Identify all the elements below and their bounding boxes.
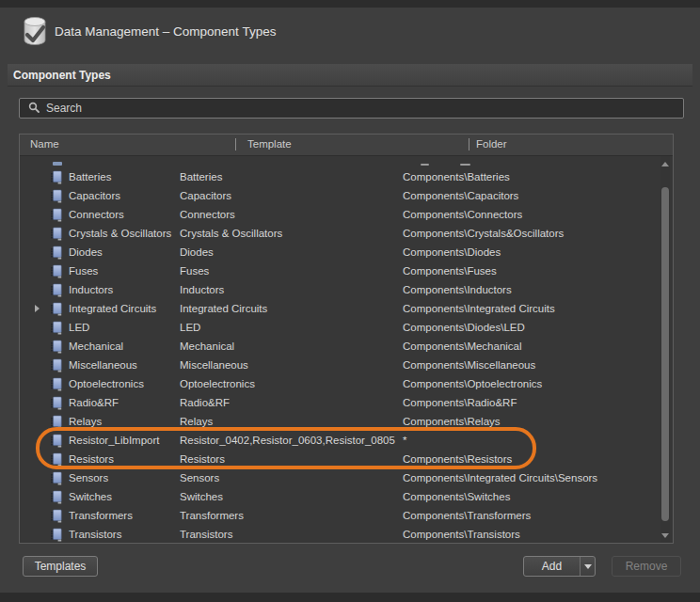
row-folder: Components\Transformers xyxy=(403,510,531,521)
column-header-template[interactable]: Template xyxy=(247,138,292,150)
row-template: Integrated Circuits xyxy=(180,303,267,314)
scroll-up-icon[interactable] xyxy=(661,162,669,166)
window-top-strip xyxy=(0,0,700,8)
chevron-down-icon xyxy=(584,564,592,569)
page-header: Data Management – Component Types xyxy=(0,8,700,62)
row-folder: Components\Crystals&Oscillators xyxy=(403,228,564,239)
row-template: Crystals & Oscillators xyxy=(180,228,282,239)
row-name: Transformers xyxy=(69,510,133,521)
table-header-row: Name Template Folder xyxy=(20,135,673,156)
table-row[interactable]: Miscellaneous Miscellaneous Components\M… xyxy=(20,356,673,374)
table-row[interactable]: Resistors Resistors Components\Resistors xyxy=(20,450,673,468)
column-header-name[interactable]: Name xyxy=(30,138,59,150)
section-title: Component Types xyxy=(13,69,111,82)
row-name: Switches xyxy=(69,491,112,502)
row-name: Optoelectronics xyxy=(69,378,144,389)
table-row[interactable]: Diodes Diodes Components\Diodes xyxy=(20,243,673,261)
row-folder: Components\Optoelectronics xyxy=(403,378,542,389)
row-folder: Components\Resistors xyxy=(403,453,512,465)
component-types-table: Name Template Folder xyxy=(19,134,674,544)
row-folder: Components\Integrated Circuits\Sensors xyxy=(403,472,597,483)
row-folder: Components\Diodes xyxy=(403,246,501,258)
search-input[interactable]: Search xyxy=(19,98,684,119)
templates-button[interactable]: Templates xyxy=(23,556,98,577)
row-template: Diodes xyxy=(180,246,214,258)
row-name: Fuses xyxy=(69,265,98,277)
scrollbar-thumb[interactable] xyxy=(661,187,669,521)
row-folder: Components\Integrated Circuits xyxy=(403,303,555,314)
add-dropdown-button[interactable] xyxy=(581,557,595,576)
row-folder: Components\Batteries xyxy=(403,171,510,182)
table-row[interactable]: LED LED Components\Diodes\LED xyxy=(20,318,673,337)
row-name: Crystals & Oscillators xyxy=(69,228,171,239)
table-row[interactable]: Resistor_LibImport Resistor_0402,Resisto… xyxy=(20,431,673,450)
table-row[interactable]: Switches Switches Components\Switches xyxy=(20,487,673,506)
vertical-scrollbar[interactable] xyxy=(660,156,670,543)
row-template: Capacitors xyxy=(180,190,231,201)
row-name: Batteries xyxy=(69,171,111,182)
row-folder: Components\Diodes\LED xyxy=(403,322,525,333)
add-button[interactable]: Add xyxy=(524,557,581,576)
row-folder: Components\Switches xyxy=(403,491,510,502)
remove-button[interactable]: Remove xyxy=(612,556,681,577)
table-row[interactable]: Sensors Sensors Components\Integrated Ci… xyxy=(20,468,673,487)
column-header-folder[interactable]: Folder xyxy=(476,138,507,150)
partially-scrolled-row[interactable] xyxy=(20,156,673,167)
row-name: Connectors xyxy=(69,209,124,220)
data-management-component-types-page: Data Management – Component Types Compon… xyxy=(0,0,700,602)
row-folder: Components\Relays xyxy=(403,416,501,427)
section-header: Component Types xyxy=(8,64,692,87)
table-row[interactable]: Mechanical Mechanical Components\Mechani… xyxy=(20,337,673,356)
table-row[interactable]: Optoelectronics Optoelectronics Componen… xyxy=(20,374,673,393)
row-name: Radio&RF xyxy=(69,397,119,408)
table-row[interactable]: Batteries Batteries Components\Batteries xyxy=(20,167,673,186)
component-chip-icon xyxy=(53,162,62,166)
rows-container: Batteries Batteries Components\Batteries… xyxy=(20,167,673,544)
row-name: Resistor_LibImport xyxy=(69,435,160,446)
table-row[interactable]: Integrated Circuits Integrated Circuits … xyxy=(20,299,673,318)
row-template: Optoelectronics xyxy=(180,378,255,389)
table-row[interactable]: Connectors Connectors Components\Connect… xyxy=(20,205,673,224)
add-split-button: Add xyxy=(523,556,596,577)
row-folder: Components\Capacitors xyxy=(403,190,518,201)
search-icon xyxy=(28,100,40,117)
row-folder: Components\Mechanical xyxy=(403,341,522,352)
row-folder: Components\Inductors xyxy=(403,284,512,295)
row-name: LED xyxy=(69,322,89,333)
column-divider[interactable] xyxy=(469,138,469,150)
table-row[interactable]: Radio&RF Radio&RF Components\Radio&RF xyxy=(20,393,673,412)
row-template: Transistors xyxy=(180,529,232,540)
search-placeholder: Search xyxy=(46,102,82,115)
window-bottom-strip xyxy=(0,593,700,602)
row-folder: Components\Fuses xyxy=(403,265,497,277)
row-name: Resistors xyxy=(69,453,114,465)
table-row[interactable]: Capacitors Capacitors Components\Capacit… xyxy=(20,186,673,205)
scroll-down-icon[interactable] xyxy=(661,533,669,538)
row-folder: Components\Radio&RF xyxy=(403,397,517,408)
row-template: Fuses xyxy=(180,265,209,277)
row-folder: Components\Connectors xyxy=(403,209,522,220)
table-row[interactable]: Fuses Fuses Components\Fuses xyxy=(20,261,673,280)
row-template: Switches xyxy=(180,491,223,502)
row-name: Miscellaneous xyxy=(69,359,137,371)
row-template: Batteries xyxy=(180,171,222,182)
table-row[interactable]: Transistors Transistors Components\Trans… xyxy=(20,525,673,544)
table-row[interactable]: Transformers Transformers Components\Tra… xyxy=(20,506,673,525)
row-name: Capacitors xyxy=(69,190,120,201)
expand-arrow-icon[interactable] xyxy=(35,305,40,312)
row-name: Diodes xyxy=(69,246,103,258)
table-row[interactable]: Inductors Inductors Components\Inductors xyxy=(20,280,673,299)
table-row[interactable]: Crystals & Oscillators Crystals & Oscill… xyxy=(20,224,673,243)
row-name: Inductors xyxy=(69,284,113,295)
clipped-text xyxy=(421,164,429,166)
database-check-icon xyxy=(20,15,50,53)
row-template: Miscellaneous xyxy=(180,359,248,371)
row-template: LED xyxy=(180,322,200,333)
column-divider[interactable] xyxy=(235,138,236,150)
component-chip-icon xyxy=(50,528,63,544)
row-template: Radio&RF xyxy=(180,397,230,408)
table-row[interactable]: Relays Relays Components\Relays xyxy=(20,412,673,431)
row-template: Relays xyxy=(180,416,213,427)
table-body: Batteries Batteries Components\Batteries… xyxy=(20,156,673,544)
row-template: Inductors xyxy=(180,284,224,295)
